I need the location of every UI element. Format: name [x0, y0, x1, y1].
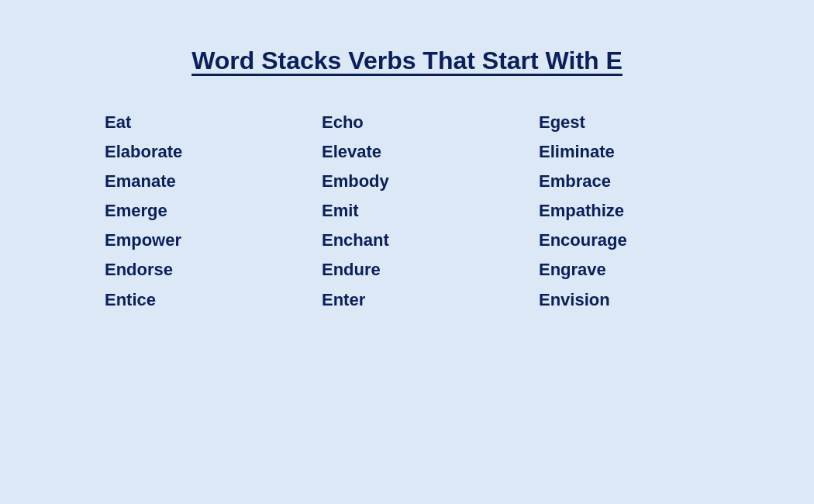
word-item-col2-5: Endure: [322, 257, 539, 283]
word-item-col3-6: Envision: [539, 287, 756, 313]
word-grid: EatElaborateEmanateEmergeEmpowerEndorseE…: [58, 109, 756, 313]
word-item-col1-2: Emanate: [105, 168, 322, 195]
word-column-3: EgestEliminateEmbraceEmpathizeEncourageE…: [539, 109, 756, 313]
word-item-col3-5: Engrave: [539, 257, 756, 283]
word-item-col2-6: Enter: [322, 287, 539, 313]
word-item-col1-4: Empower: [105, 227, 322, 254]
word-item-col1-1: Elaborate: [105, 139, 322, 165]
word-item-col1-3: Emerge: [105, 198, 322, 224]
word-item-col2-0: Echo: [322, 109, 539, 136]
title-section: Word Stacks Verbs That Start With E: [191, 47, 623, 78]
word-item-col1-0: Eat: [105, 109, 322, 136]
word-item-col3-2: Embrace: [539, 168, 756, 195]
word-item-col2-3: Emit: [322, 198, 539, 224]
word-item-col3-1: Eliminate: [539, 139, 756, 165]
word-column-1: EatElaborateEmanateEmergeEmpowerEndorseE…: [105, 109, 322, 313]
word-item-col2-2: Embody: [322, 168, 539, 195]
page-title: Word Stacks Verbs That Start With E: [191, 47, 623, 75]
word-item-col1-5: Endorse: [105, 257, 322, 283]
word-item-col3-4: Encourage: [539, 227, 756, 254]
word-item-col3-0: Egest: [539, 109, 756, 136]
word-column-2: EchoElevateEmbodyEmitEnchantEndureEnter: [322, 109, 539, 313]
word-item-col2-4: Enchant: [322, 227, 539, 254]
word-item-col1-6: Entice: [105, 287, 322, 313]
word-item-col2-1: Elevate: [322, 139, 539, 165]
word-item-col3-3: Empathize: [539, 198, 756, 224]
